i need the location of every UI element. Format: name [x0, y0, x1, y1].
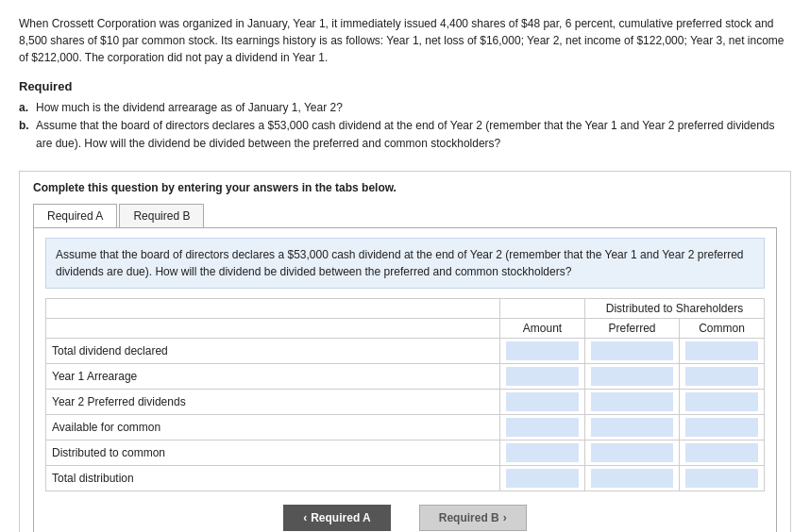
row-amount-4[interactable]	[500, 440, 585, 465]
tab-required-b[interactable]: Required B	[119, 204, 204, 227]
tab-b-description: Assume that the board of directors decla…	[45, 238, 765, 289]
row-preferred-2[interactable]	[585, 389, 680, 414]
table-row: Distributed to common	[46, 440, 765, 465]
complete-box-title: Complete this question by entering your …	[33, 181, 777, 194]
label-col-header	[46, 318, 500, 338]
empty-header	[46, 298, 500, 318]
question-list: a. How much is the dividend arrearage as…	[19, 99, 791, 154]
input-amount-0[interactable]	[506, 341, 579, 360]
input-common-5[interactable]	[685, 469, 758, 488]
row-amount-1[interactable]	[500, 363, 585, 389]
table-row: Total distribution	[46, 465, 765, 490]
input-amount-4[interactable]	[506, 443, 579, 462]
input-preferred-1[interactable]	[591, 367, 673, 386]
required-heading: Required	[19, 79, 791, 93]
row-amount-0[interactable]	[500, 338, 585, 363]
left-chevron-icon: ‹	[303, 511, 307, 524]
row-amount-3[interactable]	[500, 414, 585, 440]
question-b: b. Assume that the board of directors de…	[19, 117, 791, 153]
input-common-2[interactable]	[685, 392, 758, 411]
row-label-5: Total distribution	[46, 465, 500, 490]
input-common-3[interactable]	[685, 418, 758, 437]
table-row: Year 2 Preferred dividends	[46, 389, 765, 414]
question-b-label: b.	[19, 117, 32, 153]
column-headers-row: Amount Preferred Common	[46, 318, 765, 338]
intro-paragraph: When Crossett Corporation was organized …	[19, 15, 791, 66]
row-label-4: Distributed to common	[46, 440, 500, 465]
row-label-3: Available for common	[46, 414, 500, 440]
input-amount-5[interactable]	[506, 469, 579, 488]
nav-required-b-button[interactable]: Required B ›	[419, 505, 527, 531]
row-common-5[interactable]	[680, 465, 765, 490]
row-common-4[interactable]	[680, 440, 765, 465]
row-preferred-0[interactable]	[585, 338, 680, 363]
nav-required-a-button[interactable]: ‹ Required A	[283, 505, 391, 531]
row-common-3[interactable]	[680, 414, 765, 440]
distributed-to-shareholders-header: Distributed to Shareholders	[585, 298, 765, 318]
row-preferred-1[interactable]	[585, 363, 680, 389]
amount-col-header: Amount	[500, 318, 585, 338]
input-amount-1[interactable]	[506, 367, 579, 386]
input-preferred-2[interactable]	[591, 392, 673, 411]
input-amount-3[interactable]	[506, 418, 579, 437]
row-label-0: Total dividend declared	[46, 338, 500, 363]
input-preferred-5[interactable]	[591, 469, 673, 488]
row-amount-2[interactable]	[500, 389, 585, 414]
row-amount-5[interactable]	[500, 465, 585, 490]
input-common-1[interactable]	[685, 367, 758, 386]
input-common-4[interactable]	[685, 443, 758, 462]
row-preferred-4[interactable]	[585, 440, 680, 465]
row-common-1[interactable]	[680, 363, 765, 389]
nav-required-a-label: Required A	[311, 511, 371, 524]
row-preferred-5[interactable]	[585, 465, 680, 490]
preferred-col-header: Preferred	[585, 318, 680, 338]
tab-content: Assume that the board of directors decla…	[33, 228, 777, 532]
empty-amount-header	[500, 298, 585, 318]
distribution-table: Distributed to Shareholders Amount Prefe…	[45, 298, 765, 491]
question-a-label: a.	[19, 99, 32, 117]
question-a-text: How much is the dividend arrearage as of…	[36, 99, 343, 117]
question-a: a. How much is the dividend arrearage as…	[19, 99, 791, 117]
row-label-1: Year 1 Arrearage	[46, 363, 500, 389]
input-common-0[interactable]	[685, 341, 758, 360]
nav-required-b-label: Required B	[439, 511, 499, 524]
nav-buttons: ‹ Required A Required B ›	[45, 505, 765, 531]
input-preferred-0[interactable]	[591, 341, 673, 360]
table-row: Available for common	[46, 414, 765, 440]
row-label-2: Year 2 Preferred dividends	[46, 389, 500, 414]
row-common-2[interactable]	[680, 389, 765, 414]
complete-box: Complete this question by entering your …	[19, 171, 791, 532]
tab-required-a[interactable]: Required A	[33, 204, 117, 227]
common-col-header: Common	[680, 318, 765, 338]
row-preferred-3[interactable]	[585, 414, 680, 440]
input-preferred-4[interactable]	[591, 443, 673, 462]
input-amount-2[interactable]	[506, 392, 579, 411]
distributed-header-row: Distributed to Shareholders	[46, 298, 765, 318]
table-row: Year 1 Arrearage	[46, 363, 765, 389]
row-common-0[interactable]	[680, 338, 765, 363]
table-row: Total dividend declared	[46, 338, 765, 363]
tab-bar: Required A Required B	[33, 204, 777, 228]
question-b-text: Assume that the board of directors decla…	[36, 117, 791, 153]
input-preferred-3[interactable]	[591, 418, 673, 437]
right-chevron-icon: ›	[503, 511, 507, 524]
